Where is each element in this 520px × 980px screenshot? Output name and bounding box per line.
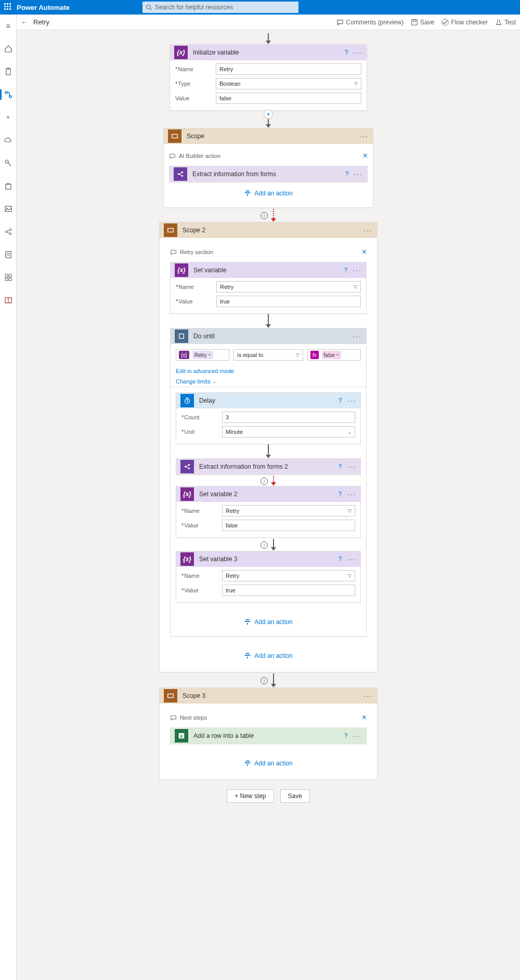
more-icon[interactable]: ··· — [347, 462, 356, 471]
value-input[interactable] — [216, 296, 361, 307]
scope-icon — [168, 129, 181, 143]
action-add-row-table[interactable]: X Add a row into a table ? ··· — [170, 727, 367, 744]
action-extract-forms[interactable]: Extract information from forms ? ··· — [169, 166, 368, 182]
more-icon[interactable]: ··· — [347, 555, 356, 563]
more-icon[interactable]: ··· — [353, 266, 362, 274]
svg-point-4 — [5, 91, 7, 94]
info-icon[interactable]: i — [261, 677, 268, 684]
help-icon[interactable]: ? — [339, 491, 342, 498]
name-select[interactable]: Retry▽ — [222, 570, 355, 581]
count-input[interactable] — [222, 412, 355, 423]
new-step-button[interactable]: + New step — [227, 789, 274, 803]
svg-rect-32 — [247, 194, 248, 196]
svg-text:X: X — [180, 734, 183, 739]
flow-canvas[interactable]: {x} Initialize variable ? ··· *Name *Typ… — [17, 30, 520, 980]
name-select[interactable]: Retry▽ — [216, 281, 361, 293]
nav-clipboard[interactable] — [1, 64, 16, 79]
svg-rect-31 — [245, 192, 251, 193]
help-icon[interactable]: ? — [345, 49, 348, 56]
type-select[interactable]: Boolean▽ — [216, 78, 361, 89]
condition-right[interactable]: fxfalse× — [307, 349, 361, 361]
nav-bag[interactable] — [1, 179, 16, 193]
more-icon[interactable]: ··· — [363, 692, 373, 700]
save-flow-button[interactable]: Save — [280, 789, 310, 803]
add-action-link[interactable]: Add an action — [169, 182, 368, 202]
more-icon[interactable]: ··· — [347, 396, 356, 405]
close-icon[interactable]: × — [362, 247, 367, 257]
svg-rect-42 — [247, 623, 248, 625]
action-initialize-variable[interactable]: {x} Initialize variable ? ··· *Name *Typ… — [170, 44, 367, 111]
nav-add[interactable]: + — [1, 110, 16, 125]
value-input[interactable] — [216, 92, 361, 104]
nav-cloud[interactable] — [1, 133, 16, 148]
scope-comment: Retry section × — [170, 245, 367, 262]
add-action-link[interactable]: Add an action — [176, 603, 361, 631]
close-icon[interactable]: × — [363, 151, 368, 161]
info-icon[interactable]: i — [261, 212, 268, 219]
scope-2[interactable]: Scope 2 ··· Retry section × {x} Set vari… — [159, 222, 378, 672]
svg-rect-48 — [171, 716, 176, 719]
nav-flows[interactable] — [1, 87, 16, 102]
info-icon[interactable]: i — [261, 541, 268, 549]
save-button[interactable]: Save — [411, 19, 434, 26]
scope-1[interactable]: Scope ··· AI Builder action × Extract in… — [163, 128, 373, 208]
nav-image[interactable] — [1, 202, 16, 216]
more-icon[interactable]: ··· — [359, 132, 369, 140]
add-action-link[interactable]: Add an action — [170, 744, 367, 772]
action-do-until[interactable]: Do until ··· {x}Retry× is equal to▽ fxfa… — [170, 328, 367, 637]
svg-rect-23 — [412, 19, 418, 25]
name-input[interactable] — [216, 63, 361, 75]
svg-rect-35 — [171, 250, 176, 254]
back-arrow-icon[interactable]: ← — [21, 18, 28, 27]
waffle-icon[interactable] — [4, 3, 12, 11]
nav-grid[interactable] — [1, 270, 16, 285]
nav-share[interactable] — [1, 224, 16, 239]
svg-rect-16 — [5, 274, 8, 277]
svg-rect-43 — [246, 619, 250, 620]
nav-toggle[interactable]: ≡ — [1, 19, 16, 33]
nav-home[interactable] — [1, 42, 16, 56]
help-icon[interactable]: ? — [344, 732, 348, 739]
value-input[interactable] — [222, 520, 355, 531]
more-icon[interactable]: ··· — [353, 732, 362, 740]
flow-title: Retry — [33, 18, 49, 26]
change-limits-link[interactable]: Change limits⌄ — [171, 376, 366, 387]
test-button[interactable]: Test — [495, 19, 516, 26]
flow-checker-button[interactable]: Flow checker — [441, 19, 488, 26]
nav-book[interactable] — [1, 293, 16, 308]
value-input[interactable] — [222, 585, 355, 596]
add-step-icon[interactable]: + — [264, 110, 273, 119]
condition-operator[interactable]: is equal to▽ — [233, 349, 303, 361]
nav-doc[interactable] — [1, 247, 16, 262]
svg-point-0 — [147, 5, 151, 9]
action-set-variable-3[interactable]: {x} Set variable 3 ? ··· *NameRetry▽ *Va… — [176, 551, 361, 603]
add-action-link[interactable]: Add an action — [170, 637, 367, 665]
help-icon[interactable]: ? — [339, 397, 342, 404]
ai-builder-icon — [180, 460, 194, 473]
name-select[interactable]: Retry▽ — [222, 505, 355, 517]
comment-icon — [169, 153, 176, 160]
clock-icon — [180, 394, 194, 407]
help-icon[interactable]: ? — [345, 170, 349, 178]
edit-advanced-link[interactable]: Edit in advanced mode — [171, 366, 366, 376]
search-input[interactable]: Search for helpful resources — [142, 2, 298, 13]
more-icon[interactable]: ··· — [353, 332, 362, 340]
comments-button[interactable]: Comments (preview) — [336, 19, 404, 26]
action-set-variable-2[interactable]: {x} Set variable 2 ? ··· *NameRetry▽ *Va… — [176, 486, 361, 538]
help-icon[interactable]: ? — [339, 555, 342, 563]
scope-3[interactable]: Scope 3 ··· Next steps × X Add a row int… — [159, 687, 378, 780]
action-extract-forms-2[interactable]: Extract information from forms 2 ? ··· — [176, 458, 361, 475]
help-icon[interactable]: ? — [344, 267, 348, 274]
info-icon[interactable]: i — [261, 478, 268, 485]
unit-select[interactable]: Minute⌄ — [222, 426, 355, 438]
action-delay[interactable]: Delay ? ··· *Count *UnitMinute⌄ — [176, 392, 361, 444]
close-icon[interactable]: × — [362, 713, 367, 722]
help-icon[interactable]: ? — [339, 463, 342, 470]
more-icon[interactable]: ··· — [347, 490, 356, 498]
condition-left[interactable]: {x}Retry× — [176, 349, 229, 361]
nav-key[interactable] — [1, 156, 16, 170]
more-icon[interactable]: ··· — [363, 226, 373, 234]
more-icon[interactable]: ··· — [353, 48, 362, 57]
more-icon[interactable]: ··· — [354, 170, 363, 178]
action-set-variable[interactable]: {x} Set variable ? ··· *NameRetry▽ *Valu… — [170, 262, 367, 314]
